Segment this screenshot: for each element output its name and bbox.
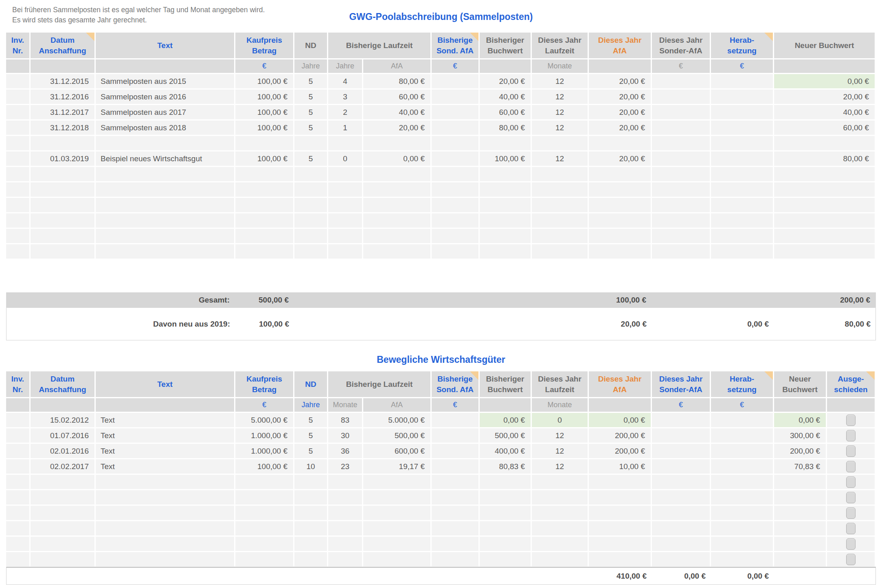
cell-nd[interactable]: 5 (294, 444, 328, 459)
cell-dj_afa[interactable] (589, 136, 652, 151)
column-header-kaufpreis-betrag[interactable]: Kaufpreis Betrag (235, 33, 294, 59)
cell-laufzeit_jahre[interactable] (328, 136, 363, 151)
column-header-herabsetzung[interactable]: Herab- setzung (711, 33, 774, 59)
cell-kaufpreis[interactable] (235, 182, 294, 198)
cell-herabsetzung[interactable] (711, 444, 774, 459)
column-header-kaufpreis-betrag[interactable]: Kaufpreis Betrag (235, 371, 294, 398)
cell-buchwert[interactable] (480, 537, 532, 552)
gesamt-dieses-jahr-afa[interactable]: 100,00 € (589, 292, 652, 308)
cell-dj_sonder_afa[interactable] (652, 74, 711, 90)
cell-kaufpreis[interactable] (235, 506, 294, 521)
cell-laufzeit_afa[interactable]: 40,00 € (363, 105, 432, 121)
cell-neuer_buchwert[interactable]: 80,00 € (774, 151, 876, 167)
cell-kaufpreis[interactable] (235, 552, 294, 568)
cell-sond_afa[interactable] (432, 475, 480, 490)
cell-text[interactable] (96, 506, 235, 521)
cell-laufzeit_jahre[interactable] (328, 213, 363, 229)
cell-inv_nr[interactable] (6, 198, 31, 213)
davon-herabsetzung[interactable]: 0,00 € (711, 308, 774, 340)
cell-nd[interactable] (294, 198, 328, 213)
cell-dj_sonder_afa[interactable] (652, 198, 711, 213)
unit-cell-laufzeit_afa[interactable]: AfA (363, 398, 432, 413)
cell-text[interactable]: Sammelposten aus 2017 (96, 105, 235, 121)
cell-laufzeit_jahre[interactable]: 4 (328, 74, 363, 90)
cell-laufzeit_afa[interactable] (363, 229, 432, 244)
cell-text[interactable] (96, 244, 235, 260)
cell-herabsetzung[interactable] (711, 182, 774, 198)
cell-buchwert[interactable] (480, 506, 532, 521)
ausgeschieden-checkbox[interactable] (846, 492, 856, 503)
cell-sond_afa[interactable] (432, 198, 480, 213)
cell-datum[interactable] (31, 213, 96, 229)
cell-dj_sonder_afa[interactable] (652, 136, 711, 151)
cell-dj_laufzeit[interactable] (532, 521, 589, 537)
column-header-dieses-jahr-afa[interactable]: Dieses Jahr AfA (589, 33, 652, 59)
cell-neuer_buchwert[interactable] (774, 182, 876, 198)
cell-dj_laufzeit[interactable]: 12 (532, 121, 589, 136)
cell-sond_afa[interactable] (432, 244, 480, 260)
cell-dj_sonder_afa[interactable] (652, 413, 711, 428)
cell-neuer_buchwert[interactable] (774, 229, 876, 244)
cell-laufzeit_jahre[interactable] (328, 198, 363, 213)
cell-dj_sonder_afa[interactable] (652, 537, 711, 552)
cell-sond_afa[interactable] (432, 537, 480, 552)
cell-laufzeit_jahre[interactable]: 2 (328, 105, 363, 121)
cell-inv_nr[interactable] (6, 121, 31, 136)
cell-nd[interactable]: 5 (294, 90, 328, 105)
cell-laufzeit_afa[interactable]: 5.000,00 € (363, 413, 432, 428)
unit-cell-neuer_buchwert[interactable] (774, 59, 876, 74)
cell-neuer_buchwert[interactable]: 300,00 € (774, 428, 827, 444)
cell-text[interactable] (96, 182, 235, 198)
cell-kaufpreis[interactable]: 1.000,00 € (235, 428, 294, 444)
cell-laufzeit_afa[interactable] (363, 552, 432, 568)
unit-cell-inv_nr[interactable] (6, 59, 31, 74)
cell-datum[interactable] (31, 506, 96, 521)
cell-buchwert[interactable]: 20,00 € (480, 74, 532, 90)
cell-laufzeit_afa[interactable]: 0,00 € (363, 151, 432, 167)
cell-dj_laufzeit[interactable] (532, 213, 589, 229)
cell-buchwert[interactable]: 80,00 € (480, 121, 532, 136)
cell-dj_sonder_afa[interactable] (652, 552, 711, 568)
cell-buchwert[interactable]: 60,00 € (480, 105, 532, 121)
column-header-nd[interactable]: ND (294, 33, 328, 59)
cell-nd[interactable]: 5 (294, 151, 328, 167)
gesamt-neuer-buchwert[interactable]: 200,00 € (774, 292, 876, 308)
cell-ausgeschieden[interactable] (827, 428, 876, 444)
cell-buchwert[interactable] (480, 136, 532, 151)
cell-inv_nr[interactable] (6, 74, 31, 90)
cell-laufzeit_jahre[interactable]: 1 (328, 121, 363, 136)
cell-dj_sonder_afa[interactable] (652, 244, 711, 260)
cell-ausgeschieden[interactable] (827, 506, 876, 521)
cell-laufzeit_monate[interactable]: 83 (328, 413, 363, 428)
cell-laufzeit_afa[interactable] (363, 244, 432, 260)
cell-laufzeit_afa[interactable]: 19,17 € (363, 459, 432, 475)
cell-nd[interactable] (294, 136, 328, 151)
cell-text[interactable]: Text (96, 444, 235, 459)
column-header-datum-anschaffung[interactable]: Datum Anschaffung (31, 33, 96, 59)
cell-dj_afa[interactable] (589, 552, 652, 568)
cell-dj_afa[interactable] (589, 475, 652, 490)
davon-kaufpreis[interactable]: 100,00 € (236, 308, 295, 340)
cell-nd[interactable]: 10 (294, 459, 328, 475)
column-header-bisheriger-buchwert[interactable]: Bisheriger Buchwert (480, 33, 532, 59)
unit-cell-kaufpreis[interactable]: € (235, 59, 294, 74)
cell-datum[interactable]: 31.12.2016 (31, 90, 96, 105)
cell-sond_afa[interactable] (432, 213, 480, 229)
cell-datum[interactable] (31, 552, 96, 568)
cell-neuer_buchwert[interactable]: 70,83 € (774, 459, 827, 475)
cell-buchwert[interactable]: 0,00 € (480, 413, 532, 428)
cell-buchwert[interactable] (480, 552, 532, 568)
cell-datum[interactable] (31, 167, 96, 182)
unit-cell-buchwert[interactable] (480, 59, 532, 74)
cell-laufzeit_monate[interactable] (328, 475, 363, 490)
cell-neuer_buchwert[interactable] (774, 506, 827, 521)
cell-text[interactable]: Sammelposten aus 2015 (96, 74, 235, 90)
cell-buchwert[interactable] (480, 475, 532, 490)
cell-herabsetzung[interactable] (711, 475, 774, 490)
ausgeschieden-checkbox[interactable] (846, 523, 856, 534)
cell-dj_laufzeit[interactable] (532, 506, 589, 521)
column-header-text[interactable]: Text (96, 371, 235, 398)
cell-nd[interactable]: 5 (294, 121, 328, 136)
cell-text[interactable] (96, 475, 235, 490)
cell-laufzeit_monate[interactable] (328, 537, 363, 552)
